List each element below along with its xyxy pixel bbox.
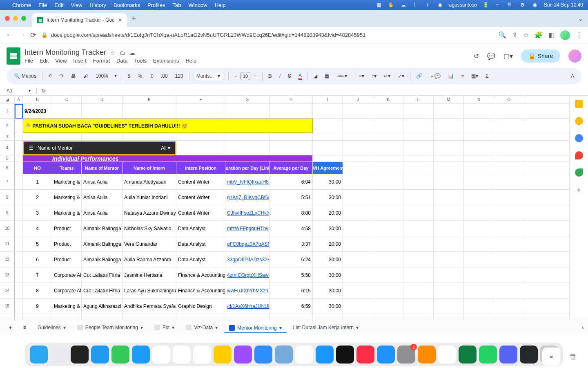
cell[interactable] [434,174,464,189]
siri-icon[interactable]: ◉ [532,2,538,8]
cell[interactable] [15,205,23,220]
menubar-file[interactable]: File [38,2,47,8]
menubar-help[interactable]: Help [215,2,226,8]
window-close-icon[interactable] [5,16,10,21]
cell-link[interactable]: /d/1AsX6hhaJUNUbvaIl [225,298,270,314]
extensions-icon[interactable]: 🧩 [535,31,543,39]
currency-button[interactable]: $ [126,72,132,80]
merge-button[interactable]: ⇥⇤▾ [335,72,349,80]
cell-link[interactable]: g1Ag7_RIKvqCBf6udryN [225,190,270,205]
number-format-button[interactable]: 123 [174,72,185,80]
cell[interactable] [494,155,524,162]
cell[interactable] [270,141,313,155]
cell-mentor[interactable]: Almanik Balingga [82,252,122,267]
cell-mentor[interactable]: Agung Alkharazzi [82,298,122,314]
share-button[interactable]: 🔒 Share [521,49,560,63]
filter-views-button[interactable]: ▤▾ [470,72,480,80]
fontsize-input[interactable]: 10 [241,72,250,80]
dock-notion-icon[interactable] [71,346,89,364]
cell-no[interactable]: 8 [23,283,52,298]
back-button[interactable]: ← [6,31,13,39]
comments-icon[interactable]: 💬 [487,52,495,60]
cell-position[interactable]: Data Analyst [176,236,225,251]
dock-zoom-icon[interactable] [254,346,272,364]
menu-file[interactable]: File [24,58,33,64]
cell[interactable] [464,267,494,283]
cell-position[interactable]: Finance & Accounting [176,267,225,283]
cell[interactable] [464,221,494,236]
cell-link[interactable]: CJhvIfFseZLxCHkXOruC [225,205,270,220]
col-D[interactable]: D [82,96,122,103]
row-header[interactable]: 6 [0,162,15,174]
menu-format[interactable]: Format [93,58,110,64]
cell-link[interactable]: 33gpO6PJADzs32H7LU [225,252,270,267]
cell-average[interactable]: 5:58 [270,267,313,283]
col-I[interactable]: I [313,96,343,103]
percent-button[interactable]: % [136,72,144,80]
window-maximize-icon[interactable] [21,16,26,21]
menu-insert[interactable]: Insert [73,58,87,64]
cell[interactable] [373,133,403,140]
row-header[interactable]: 8 [0,190,15,205]
functions-button[interactable]: Σ [484,72,490,80]
row-header[interactable]: 1 [0,104,15,118]
cell[interactable] [15,119,23,133]
sheets-logo-icon[interactable] [7,47,20,65]
row-header[interactable]: 4 [0,141,15,155]
history-icon[interactable]: ↺ [474,52,479,60]
menubar-user[interactable]: agussantoso [449,2,477,8]
menu-help[interactable]: Help [185,58,196,64]
menu-tools[interactable]: Tools [134,58,146,64]
th-teams[interactable]: Teams [52,162,82,174]
cell[interactable] [122,104,176,118]
cell-average[interactable]: 5:51 [270,190,313,205]
cell-no[interactable]: 9 [23,298,52,314]
cell[interactable] [403,314,434,320]
cell[interactable] [464,205,494,220]
tablist-chevron-icon[interactable]: ⌄ [578,15,583,22]
cell[interactable] [494,104,524,118]
screen-record-icon[interactable]: ◉ [437,2,443,8]
cell-no[interactable]: 5 [23,236,52,251]
cell[interactable] [434,141,464,155]
new-tab-button[interactable]: + [132,14,136,23]
cell[interactable] [434,104,464,118]
cell[interactable] [403,205,434,220]
cell[interactable] [52,314,82,320]
dock-messages-icon[interactable] [111,346,129,364]
cell[interactable] [343,252,373,267]
hand-icon[interactable]: ✋ [388,2,394,8]
cell[interactable] [122,314,176,320]
menubar-app[interactable]: Chrome [12,2,31,8]
cell[interactable] [464,314,494,320]
cell[interactable] [313,141,343,155]
cell[interactable] [343,267,373,283]
cell[interactable] [343,314,373,320]
cell-team[interactable]: Corporate Affai [52,267,82,283]
cell[interactable] [343,141,373,155]
cell[interactable] [23,314,52,320]
add-sidepanel-icon[interactable]: + [577,186,581,195]
cell[interactable] [403,298,434,314]
dnd-icon[interactable]: ☾ [412,2,419,8]
cell-wh[interactable]: 30:00 [313,174,343,189]
cell-intern[interactable]: Aulia Rahma Azzahra [122,252,176,267]
filter-button[interactable]: ▿ [460,72,466,80]
menubar-view[interactable]: View [71,2,82,8]
cell[interactable] [373,252,403,267]
increase-fontsize-button[interactable]: + [252,72,258,80]
bold-button[interactable]: B [267,72,274,80]
th-duration[interactable]: Duration per Day [Link] [225,162,270,174]
col-O[interactable]: O [494,96,524,103]
cell-mentor[interactable]: Anisa Aulia [82,190,122,205]
control-center-icon[interactable]: ⚙ [519,2,526,8]
cell[interactable] [82,133,122,140]
cell[interactable] [434,267,464,283]
cell-link[interactable]: 4zmICOrgbXHSawGbL [225,267,270,283]
name-box[interactable]: A1 [7,88,23,94]
cell[interactable] [343,190,373,205]
dock-downloads-icon[interactable]: ☰ [542,348,560,366]
font-select[interactable]: Monts... ▼ [194,72,224,80]
dock-excel-icon[interactable] [459,346,477,364]
cell-position[interactable]: Data Analyst [176,221,225,236]
